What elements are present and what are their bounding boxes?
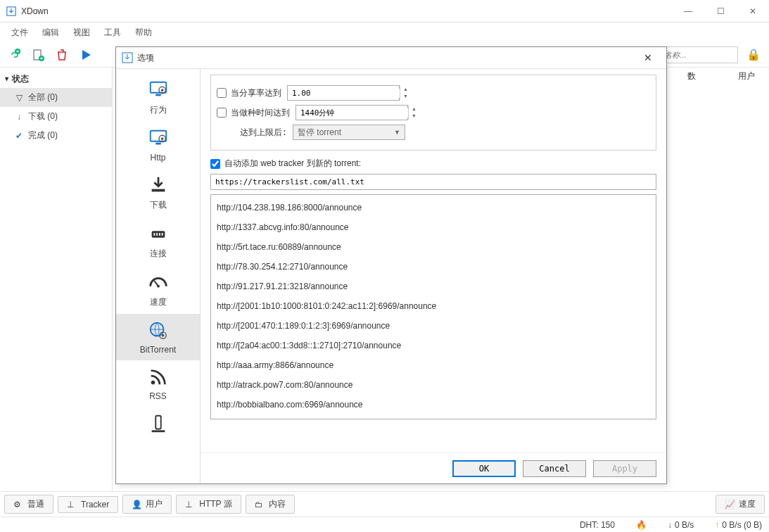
- download-speed: ↓0 B/s: [668, 520, 694, 530]
- download-icon: ↓: [14, 112, 24, 122]
- nav-http[interactable]: Http: [116, 122, 200, 168]
- lock-icon: 🔒: [746, 48, 761, 62]
- tracker-line[interactable]: http://78.30.254.12:2710/announce: [214, 257, 653, 277]
- svg-rect-6: [155, 94, 161, 96]
- apply-button[interactable]: Apply: [593, 460, 656, 477]
- svg-point-24: [151, 381, 155, 385]
- chart-icon: 📈: [725, 500, 735, 509]
- maximize-button[interactable]: ☐: [704, 0, 737, 23]
- tracker-line[interactable]: http://[2a04:ac00:1:3dd8::1:2710]:2710/a…: [214, 336, 653, 355]
- close-button[interactable]: ✕: [737, 0, 769, 23]
- down-arrow-icon: ↓: [668, 520, 672, 530]
- folder-icon: 🗀: [255, 500, 265, 509]
- dialog-content-scroll[interactable]: 当分享率达到 ▲▼ 当做种时间达到 ▲▼ 达到上限后: 暂停 torrent▼ …: [201, 69, 666, 452]
- nav-connection[interactable]: 连接: [116, 217, 200, 265]
- user-icon: 👤: [132, 500, 141, 509]
- tracker-line[interactable]: http://1337.abcvg.info:80/announce: [214, 217, 653, 237]
- seed-time-checkbox[interactable]: 当做种时间达到: [217, 107, 290, 119]
- tracker-line[interactable]: http://[2001:470:1:189:0:1:2:3]:6969/ann…: [214, 316, 653, 336]
- add-link-button[interactable]: [4, 45, 24, 65]
- column-header-user[interactable]: 用户: [738, 70, 755, 82]
- tracker-line[interactable]: http://[2001:1b10:1000:8101:0:242:ac11:2…: [214, 296, 653, 316]
- nav-speed[interactable]: 速度: [116, 265, 200, 314]
- monitor-gear-icon: [147, 79, 170, 101]
- ok-button[interactable]: OK: [452, 460, 516, 477]
- spin-up-icon[interactable]: ▲: [400, 86, 411, 93]
- menu-edit[interactable]: 编辑: [35, 24, 66, 42]
- delete-button[interactable]: [52, 45, 72, 65]
- add-file-button[interactable]: [28, 45, 48, 65]
- monitor-gear-icon: [147, 127, 170, 150]
- action-select[interactable]: 暂停 torrent▼: [293, 125, 405, 140]
- share-ratio-spinbox[interactable]: ▲▼: [287, 85, 400, 101]
- dialog-nav[interactable]: 行为 Http 下载 连接 速度 BitTorrent RSS: [116, 69, 201, 483]
- sidebar-item-downloading[interactable]: ↓下载 (0): [0, 107, 112, 126]
- svg-rect-25: [155, 416, 161, 429]
- tracker-url-input[interactable]: [210, 174, 656, 190]
- menu-help[interactable]: 帮助: [128, 24, 159, 42]
- app-icon: [6, 6, 17, 17]
- titlebar: XDown — ☐ ✕: [0, 0, 769, 23]
- svg-rect-17: [158, 233, 160, 236]
- menu-view[interactable]: 视图: [66, 24, 97, 42]
- tab-speed[interactable]: 📈速度: [716, 495, 765, 514]
- column-header-count[interactable]: 数: [687, 70, 696, 82]
- svg-rect-16: [156, 233, 158, 236]
- svg-point-23: [161, 334, 164, 337]
- gauge-icon: [147, 271, 170, 293]
- options-dialog: 选项 ✕ 行为 Http 下载 连接 速度 BitTorrent RSS 当分享…: [115, 46, 667, 484]
- tracker-line[interactable]: http://5rt.tace.ru:60889/announce: [214, 237, 653, 257]
- tracker-line[interactable]: http://bobbialbano.com:6969/announce: [214, 395, 653, 414]
- menubar: 文件 编辑 视图 工具 帮助: [0, 23, 769, 42]
- menu-tools[interactable]: 工具: [97, 24, 128, 42]
- tab-general[interactable]: ⚙普通: [4, 495, 53, 514]
- sidebar-header[interactable]: 状态: [0, 70, 112, 88]
- tracker-line[interactable]: http://91.217.91.21:3218/announce: [214, 277, 653, 296]
- sidebar-item-completed[interactable]: ✔完成 (0): [0, 126, 112, 145]
- tab-tracker[interactable]: ⊥Tracker: [58, 496, 118, 513]
- nav-behavior[interactable]: 行为: [116, 73, 200, 122]
- auto-tracker-checkbox[interactable]: 自动添加 web tracker 到新的 torrent:: [210, 158, 361, 170]
- action-label: 达到上限后:: [217, 127, 287, 139]
- tracker-line[interactable]: http://aaa.army:8866/announce: [214, 355, 653, 375]
- dialog-title: 选项: [137, 52, 154, 64]
- sidebar-item-label: 完成 (0): [28, 129, 58, 141]
- tracker-line[interactable]: http://atrack.pow7.com:80/announce: [214, 375, 653, 395]
- rss-icon: [147, 366, 170, 388]
- tracker-list[interactable]: http://104.238.198.186:8000/announcehttp…: [210, 194, 656, 419]
- share-ratio-checkbox[interactable]: 当分享率达到: [217, 87, 281, 99]
- sidebar-item-label: 全部 (0): [28, 91, 58, 103]
- svg-rect-10: [155, 143, 161, 145]
- spin-up-icon[interactable]: ▲: [409, 106, 419, 113]
- cancel-button[interactable]: Cancel: [523, 460, 586, 477]
- menu-file[interactable]: 文件: [4, 24, 35, 42]
- tracker-line[interactable]: http://bt.3kb.xyz:80/announce: [214, 414, 653, 419]
- seed-limit-group: 当分享率达到 ▲▼ 当做种时间达到 ▲▼ 达到上限后: 暂停 torrent▼: [210, 75, 656, 151]
- svg-point-8: [160, 89, 163, 91]
- sidebar-item-label: 下载 (0): [28, 110, 58, 122]
- tab-content[interactable]: 🗀内容: [246, 495, 295, 514]
- nav-webui[interactable]: [116, 407, 200, 443]
- filter-icon: ▽: [14, 93, 24, 103]
- spin-down-icon[interactable]: ▼: [409, 113, 419, 120]
- nav-download[interactable]: 下载: [116, 168, 200, 217]
- seed-time-spinbox[interactable]: ▲▼: [295, 105, 408, 120]
- check-icon: ✔: [14, 131, 24, 141]
- fire-icon: 🔥: [636, 520, 647, 530]
- nav-rss[interactable]: RSS: [116, 360, 200, 407]
- tab-peers[interactable]: 👤用户: [122, 495, 172, 514]
- chevron-down-icon: ▼: [394, 129, 400, 136]
- spin-down-icon[interactable]: ▼: [400, 93, 411, 100]
- dialog-close-button[interactable]: ✕: [635, 47, 661, 68]
- svg-rect-13: [151, 189, 165, 192]
- sidebar-item-all[interactable]: ▽全部 (0): [0, 88, 112, 107]
- minimize-button[interactable]: —: [672, 0, 704, 23]
- tracker-line[interactable]: http://104.238.198.186:8000/announce: [214, 198, 653, 217]
- globe-gear-icon: [147, 319, 170, 342]
- dialog-titlebar: 选项 ✕: [116, 47, 666, 68]
- start-button[interactable]: [76, 45, 96, 65]
- nav-bittorrent[interactable]: BitTorrent: [116, 314, 200, 360]
- tab-http-sources[interactable]: ⊥HTTP 源: [176, 495, 241, 514]
- svg-rect-15: [153, 233, 155, 236]
- sidebar: 状态 ▽全部 (0) ↓下载 (0) ✔完成 (0): [0, 68, 113, 491]
